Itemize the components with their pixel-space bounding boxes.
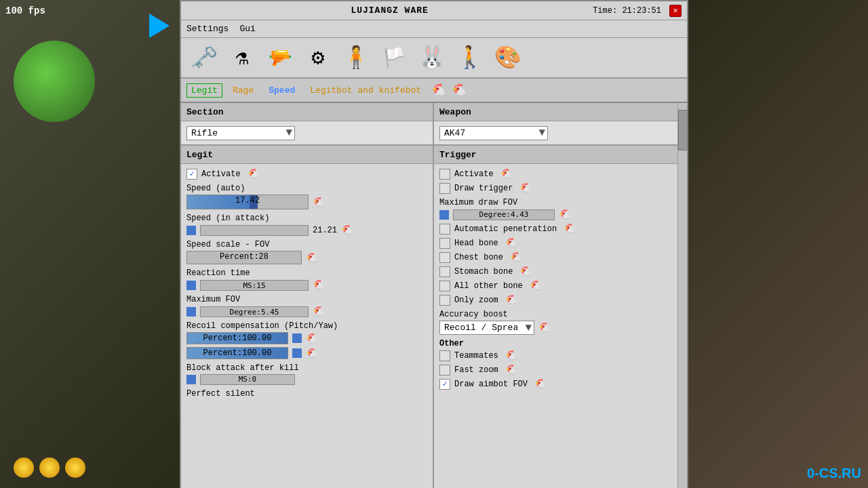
teammates-checkbox[interactable]: [439, 350, 450, 361]
accuracy-dropdown-wrapper: Recoil / Spread Recoil Spread None ▼: [439, 321, 534, 335]
section-select[interactable]: Rifle Pistol SMG Sniper: [186, 126, 295, 140]
speed-attack-slider[interactable]: [200, 225, 309, 236]
draw-fov-slider[interactable]: Degree:4.43: [453, 209, 555, 220]
chicken-icon-1[interactable]: 🐔: [431, 83, 446, 98]
trigger-activate-label: Activate: [454, 169, 494, 179]
chicken-icon-2[interactable]: 🐔: [452, 83, 467, 98]
speed-scale-slider[interactable]: Percent:28: [186, 251, 302, 264]
draw-aimbot-fov-checkbox[interactable]: [439, 379, 450, 390]
block-slider[interactable]: MS:0: [200, 374, 295, 385]
other-label: Other: [439, 339, 682, 348]
trigger-activate-chicken[interactable]: 🐔: [500, 168, 512, 180]
reaction-indicator[interactable]: [186, 281, 196, 290]
only-zoom-chicken[interactable]: 🐔: [505, 294, 517, 306]
scrollbar[interactable]: [677, 103, 687, 488]
accuracy-chicken[interactable]: 🐔: [538, 322, 550, 333]
reaction-chicken[interactable]: 🐔: [313, 279, 324, 291]
draw-fov-indicator[interactable]: [439, 210, 449, 220]
only-zoom-checkbox[interactable]: [439, 295, 450, 306]
auto-pen-checkbox[interactable]: [439, 224, 450, 235]
tab-legit[interactable]: Legit: [186, 83, 222, 98]
gold-coin-3: [65, 458, 85, 478]
fast-zoom-checkbox[interactable]: [439, 365, 450, 375]
close-button[interactable]: ✕: [669, 5, 682, 17]
tab-bar: Legit Rage Speed Legitbot and knifebot 🐔…: [181, 79, 687, 103]
fast-zoom-chicken[interactable]: 🐔: [505, 364, 517, 375]
activate-chicken[interactable]: 🐔: [248, 168, 259, 180]
trigger-activate-checkbox[interactable]: [439, 169, 450, 180]
stomach-bone-row: Stomach bone 🐔: [439, 266, 682, 277]
watermark: 0-CS.RU: [807, 466, 861, 481]
only-zoom-label: Only zoom: [454, 296, 498, 305]
reaction-slider[interactable]: MS:15: [200, 280, 309, 291]
icon-rabbit[interactable]: 🐰: [414, 40, 450, 75]
draw-aimbot-fov-row: Draw aimbot FOV 🐔: [439, 378, 682, 390]
right-panel: Weapon AK47 M4A4 AWP ▼ Trigger: [434, 103, 687, 488]
speed-scale-label: Speed scale - FOV: [186, 240, 427, 249]
fast-zoom-row: Fast zoom 🐔: [439, 364, 682, 375]
recoil-chicken-1[interactable]: 🐔: [306, 333, 317, 344]
gold-coin-1: [14, 458, 34, 478]
stomach-bone-chicken[interactable]: 🐔: [519, 266, 531, 277]
trigger-activate-row: Activate 🐔: [439, 168, 682, 180]
all-other-bone-label: All other bone: [454, 281, 523, 291]
stomach-bone-label: Stomach bone: [454, 267, 513, 277]
max-fov-label: Maximum FOV: [186, 295, 427, 304]
icon-palette[interactable]: 🎨: [490, 40, 526, 75]
teammates-label: Teammates: [454, 351, 498, 361]
activate-checkbox[interactable]: [186, 169, 197, 180]
menu-gui[interactable]: Gui: [239, 24, 255, 34]
recoil-chicken-2[interactable]: 🐔: [306, 348, 317, 359]
max-draw-fov-label: Maximum draw FOV: [439, 198, 682, 207]
speed-attack-label: Speed (in attack): [186, 214, 427, 223]
tab-speed[interactable]: Speed: [264, 83, 300, 98]
recoil-indicator-2[interactable]: [292, 348, 302, 358]
left-panel: Section Rifle Pistol SMG Sniper ▼ Legit: [181, 103, 434, 488]
icon-gun[interactable]: 🔫: [262, 40, 298, 75]
speed-scale-chicken[interactable]: 🐔: [306, 252, 317, 264]
time-display: Time: 21:23:51: [593, 6, 661, 16]
head-bone-checkbox[interactable]: [439, 238, 450, 249]
scrollbar-thumb[interactable]: [678, 110, 688, 150]
recoil-slider-1[interactable]: Percent:100.00: [186, 332, 288, 344]
chest-bone-checkbox[interactable]: [439, 252, 450, 263]
icon-person-red[interactable]: 🧍: [338, 40, 374, 75]
chest-bone-chicken[interactable]: 🐔: [510, 251, 521, 263]
recoil-indicator-1[interactable]: [292, 333, 302, 343]
icon-key[interactable]: 🗝️: [186, 40, 222, 75]
block-indicator[interactable]: [186, 375, 196, 384]
max-fov-slider[interactable]: Degree:5.45: [200, 306, 309, 317]
perfect-silent-label: Perfect silent: [186, 389, 427, 399]
max-fov-chicken[interactable]: 🐔: [313, 306, 324, 317]
max-fov-indicator[interactable]: [186, 307, 196, 317]
weapon-select[interactable]: AK47 M4A4 AWP: [439, 126, 548, 140]
menu-settings[interactable]: Settings: [186, 24, 229, 34]
speed-attack-indicator[interactable]: [186, 226, 196, 235]
draw-aimbot-chicken[interactable]: 🐔: [534, 378, 546, 390]
icon-gear[interactable]: ⚙️: [300, 40, 336, 75]
tab-legitbot[interactable]: Legitbot and knifebot: [305, 83, 426, 98]
icon-flask[interactable]: ⚗️: [224, 40, 260, 75]
all-other-bone-row: All other bone 🐔: [439, 280, 682, 291]
all-other-bone-chicken[interactable]: 🐔: [530, 280, 541, 291]
icon-person-walk[interactable]: 🚶: [452, 40, 488, 75]
speed-auto-chicken[interactable]: 🐔: [313, 197, 324, 208]
all-other-bone-checkbox[interactable]: [439, 281, 450, 291]
tab-rage[interactable]: Rage: [228, 83, 258, 98]
accuracy-select[interactable]: Recoil / Spread Recoil Spread None: [439, 321, 534, 335]
draw-trigger-checkbox[interactable]: [439, 183, 450, 194]
draw-trigger-row: Draw trigger 🐔: [439, 182, 682, 194]
stomach-bone-checkbox[interactable]: [439, 266, 450, 277]
draw-trigger-chicken[interactable]: 🐔: [519, 182, 531, 194]
head-bone-chicken[interactable]: 🐔: [505, 237, 517, 249]
auto-pen-chicken[interactable]: 🐔: [564, 223, 575, 235]
recoil-row-2: Percent:100.00 🐔: [186, 347, 427, 359]
speed-attack-chicken[interactable]: 🐔: [341, 224, 353, 236]
draw-fov-chicken[interactable]: 🐔: [559, 209, 570, 220]
teammates-chicken[interactable]: 🐔: [505, 350, 517, 361]
auto-pen-label: Automatic penetration: [454, 224, 557, 234]
recoil-slider-2[interactable]: Percent:100.00: [186, 347, 288, 359]
legit-header: Legit: [181, 146, 433, 164]
icon-flag[interactable]: 🏳️: [376, 40, 412, 75]
speed-auto-slider[interactable]: 17.42: [186, 195, 309, 209]
